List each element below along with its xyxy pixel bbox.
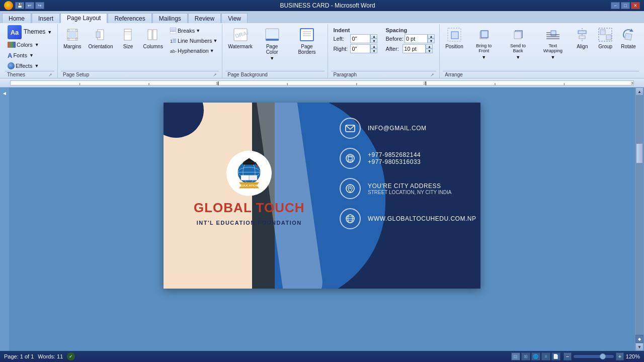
svg-rect-13 [153, 30, 157, 40]
svg-marker-66 [243, 158, 255, 162]
orientation-button[interactable]: Orientation [86, 25, 116, 51]
left-sidebar-arrow[interactable]: ◄ [1, 89, 8, 97]
contact-phone-row: +977-9852682144 +977-9805316033 [340, 148, 470, 169]
website-text: WWW.GLOBALTOCUHEDU.COM.NP [368, 215, 476, 222]
close-btn[interactable]: ✕ [631, 2, 640, 9]
web-layout-btn[interactable]: 🌐 [531, 352, 540, 360]
spacing-label: Spacing [385, 27, 434, 33]
text-wrapping-button[interactable]: Text Wrapping ▼ [536, 25, 570, 61]
hyphenation-button[interactable]: ab- Hyphenation ▼ [168, 46, 219, 55]
draft-btn[interactable]: 📄 [551, 352, 560, 360]
indent-left-input[interactable]: 0" [350, 34, 370, 43]
spacing-after-row: After: 10 pt ▲ ▼ [385, 44, 434, 53]
tab-home[interactable]: Home [2, 13, 31, 23]
svg-rect-24 [266, 29, 279, 40]
svg-text:1: 1 [170, 39, 173, 44]
scroll-resize-handle[interactable]: ◆ [635, 335, 643, 343]
tab-page-layout[interactable]: Page Layout [60, 13, 107, 23]
svg-rect-65 [243, 162, 255, 165]
page-borders-button[interactable]: Page Borders [289, 25, 325, 56]
svg-rect-69 [241, 175, 249, 180]
send-to-back-button[interactable]: Send to Back ▼ [502, 25, 534, 61]
main-area: ◄ [0, 87, 644, 351]
indent-right-down[interactable]: ▼ [370, 49, 377, 53]
svg-rect-16 [170, 32, 176, 34]
indent-right-input[interactable]: 0" [350, 44, 370, 53]
view-buttons: ▤ ⊞ 🌐 ≡ 📄 [511, 352, 560, 360]
indent-left-up[interactable]: ▲ [370, 34, 377, 39]
group-button[interactable]: Group [595, 25, 616, 51]
svg-point-78 [350, 160, 351, 161]
left-sidebar: ◄ [0, 87, 9, 351]
size-button[interactable]: Size [117, 25, 138, 51]
contact-email-row: INFO@GMAIL.COM [340, 118, 470, 139]
scroll-up-btn[interactable]: ▲ [635, 87, 643, 96]
email-text: INFO@GMAIL.COM [368, 125, 427, 132]
svg-rect-45 [600, 30, 605, 35]
svg-rect-26 [300, 29, 313, 41]
address-text: YOU'RE CITY ADDRESS STREET LOCATION, NY … [368, 183, 452, 195]
svg-point-68 [256, 165, 258, 167]
line-numbers-button[interactable]: 1 Line Numbers ▼ [168, 36, 219, 45]
watermark-button[interactable]: DRAFT Watermark [225, 25, 255, 51]
ribbon-group-page-background: DRAFT Watermark Page Color ▼ [222, 24, 328, 78]
spacing-after-up[interactable]: ▲ [426, 44, 433, 49]
toolbar-save[interactable]: 💾 [15, 2, 24, 9]
svg-rect-31 [451, 32, 458, 39]
indent-label: Indent [333, 27, 377, 33]
tab-review[interactable]: Review [188, 13, 221, 23]
document-area: EDUCATION GLOBAL TOUCH INT'L EDUCATION F… [9, 87, 635, 351]
indent-right-up[interactable]: ▲ [370, 44, 377, 49]
zoom-out-btn[interactable]: − [564, 352, 572, 360]
ruler: 1 2 3 [0, 78, 644, 87]
scroll-thumb[interactable] [636, 143, 643, 163]
maximize-btn[interactable]: □ [621, 2, 630, 9]
page-color-button[interactable]: Page Color ▼ [257, 25, 287, 62]
indent-left-down[interactable]: ▼ [370, 39, 377, 43]
columns-button[interactable]: Columns [140, 25, 165, 51]
svg-text:2: 2 [423, 81, 426, 85]
outline-btn[interactable]: ≡ [541, 352, 550, 360]
tab-mailings[interactable]: Mailings [152, 13, 188, 23]
margins-button[interactable]: Margins [61, 25, 84, 51]
tab-insert[interactable]: Insert [32, 13, 60, 23]
zoom-percent: 120% [626, 353, 640, 359]
spacing-after-input[interactable]: 10 pt [403, 44, 426, 53]
spacing-before-down[interactable]: ▼ [428, 39, 435, 43]
spell-check[interactable]: ✓ [67, 352, 75, 360]
contact-website-row: WWW.GLOBALTOCUHEDU.COM.NP [340, 208, 470, 229]
fonts-button[interactable]: A Fonts ▼ [5, 50, 36, 60]
spacing-before-up[interactable]: ▲ [428, 34, 435, 39]
toolbar-undo[interactable]: ↩ [25, 2, 34, 9]
tab-references[interactable]: References [108, 13, 151, 23]
full-screen-btn[interactable]: ⊞ [521, 352, 530, 360]
zoom-in-btn[interactable]: + [616, 352, 624, 360]
logo-circle: EDUCATION [226, 151, 272, 196]
tab-view[interactable]: View [221, 13, 248, 23]
spacing-after-down[interactable]: ▼ [426, 49, 433, 53]
spacing-before-input[interactable]: 0 pt [405, 34, 428, 43]
rotate-button[interactable]: Rotate [618, 25, 639, 51]
svg-text:3: 3 [631, 81, 633, 85]
ruler-track: 1 2 3 [10, 80, 634, 85]
svg-text:ab-: ab- [170, 49, 177, 54]
svg-text:EDUCATION: EDUCATION [240, 184, 258, 187]
zoom-slider[interactable] [574, 355, 614, 358]
scroll-down-btn[interactable]: ▼ [635, 343, 643, 351]
breaks-button[interactable]: Breaks ▼ [168, 26, 219, 35]
effects-button[interactable]: Effects ▼ [5, 61, 41, 71]
business-card: EDUCATION GLOBAL TOUCH INT'L EDUCATION F… [164, 103, 480, 289]
bring-to-front-button[interactable]: Bring to Front ▼ [468, 25, 500, 61]
colors-button[interactable]: Colors ▼ [5, 40, 42, 50]
minimize-btn[interactable]: − [611, 2, 620, 9]
page-setup-group-label: Page Setup ↗ [61, 71, 219, 78]
svg-rect-25 [266, 39, 279, 41]
toolbar-redo[interactable]: ↪ [35, 2, 44, 9]
position-button[interactable]: Position [443, 25, 465, 51]
scroll-track[interactable] [635, 96, 643, 335]
right-sidebar: ▲ ◆ ▼ [635, 87, 644, 351]
themes-button[interactable]: Aa Themes ▼ [5, 25, 54, 39]
svg-rect-33 [481, 31, 488, 38]
print-layout-btn[interactable]: ▤ [511, 352, 520, 360]
align-button[interactable]: Align [572, 25, 593, 51]
